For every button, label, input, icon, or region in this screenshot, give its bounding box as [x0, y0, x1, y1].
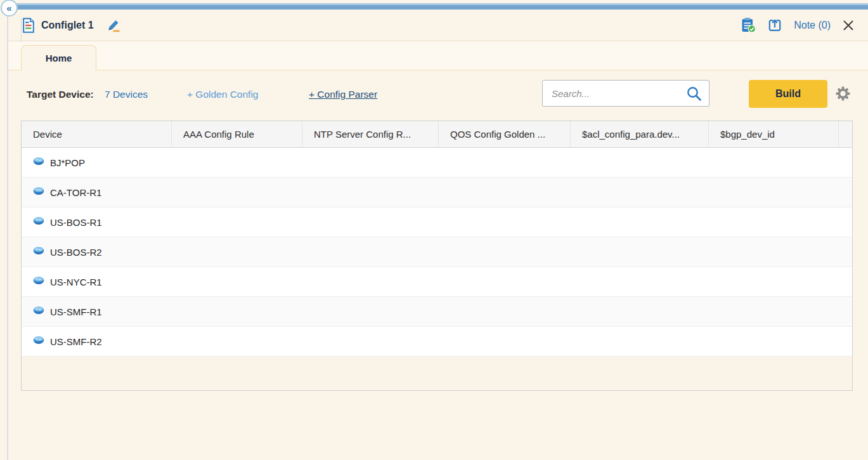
settings-gear-icon[interactable]	[834, 85, 852, 102]
table-row[interactable]: BJ*POP	[22, 148, 852, 178]
device-name: BJ*POP	[50, 157, 85, 168]
router-device-icon	[33, 187, 44, 198]
edit-title-pencil-icon[interactable]	[107, 18, 120, 32]
device-table: Device AAA Config Rule NTP Server Config…	[21, 121, 853, 391]
target-device-label: Target Device:	[27, 89, 94, 100]
router-device-icon	[33, 306, 44, 317]
table-body: BJ*POP CA-TOR-R1	[22, 148, 852, 357]
search-icon[interactable]	[685, 85, 703, 102]
collapse-panel-button[interactable]: «	[1, 0, 18, 16]
router-device-icon	[33, 246, 44, 258]
tab-home-label: Home	[46, 53, 72, 63]
add-golden-config-link[interactable]: + Golden Config	[187, 89, 258, 100]
export-icon[interactable]	[768, 18, 782, 32]
close-icon[interactable]	[843, 20, 854, 31]
report-clipboard-icon[interactable]	[741, 17, 756, 33]
router-device-icon	[33, 157, 44, 168]
build-button[interactable]: Build	[749, 80, 827, 108]
note-link[interactable]: Note (0)	[794, 20, 831, 31]
table-row[interactable]: US-SMF-R2	[22, 327, 852, 357]
device-name: US-SMF-R1	[50, 306, 102, 317]
device-name: US-NYC-R1	[50, 277, 102, 287]
device-name: CA-TOR-R1	[50, 187, 101, 198]
router-device-icon	[33, 276, 44, 287]
column-header-filler	[839, 121, 852, 147]
column-header-qos-config-golden[interactable]: QOS Config Golden ...	[439, 121, 571, 147]
double-chevron-left-icon: «	[6, 3, 11, 13]
tab-strip: Home	[8, 42, 868, 70]
router-device-icon	[33, 336, 44, 347]
panel-top-strip	[15, 3, 868, 10]
device-name: US-SMF-R2	[50, 336, 102, 347]
search-input[interactable]	[552, 88, 685, 99]
search-box	[542, 80, 709, 107]
add-config-parser-link[interactable]: + Config Parser	[309, 89, 377, 100]
panel-header: Configlet 1 Note (	[8, 10, 868, 41]
column-header-aaa-config-rule[interactable]: AAA Config Rule	[172, 121, 302, 147]
table-row[interactable]: CA-TOR-R1	[22, 178, 852, 207]
table-row[interactable]: US-BOS-R2	[22, 237, 852, 267]
tab-home[interactable]: Home	[21, 45, 96, 70]
column-header-ntp-server-config[interactable]: NTP Server Config R...	[302, 121, 439, 147]
device-name: US-BOS-R1	[50, 217, 102, 228]
configlet-document-icon	[22, 18, 35, 33]
column-header-acl-config-para[interactable]: $acl_config_para.dev...	[571, 121, 709, 147]
table-row[interactable]: US-SMF-R1	[22, 297, 852, 327]
device-name: US-BOS-R2	[50, 247, 102, 258]
target-device-count-link[interactable]: 7 Devices	[105, 89, 148, 100]
build-button-label: Build	[775, 88, 801, 100]
router-device-icon	[33, 216, 44, 228]
table-row[interactable]: US-BOS-R1	[22, 207, 852, 237]
column-header-device[interactable]: Device	[22, 121, 172, 147]
panel-title: Configlet 1	[41, 20, 94, 31]
table-row[interactable]: US-NYC-R1	[22, 267, 852, 297]
device-table-header: Device AAA Config Rule NTP Server Config…	[22, 121, 852, 148]
column-header-bgp-dev-id[interactable]: $bgp_dev_id	[709, 121, 839, 147]
